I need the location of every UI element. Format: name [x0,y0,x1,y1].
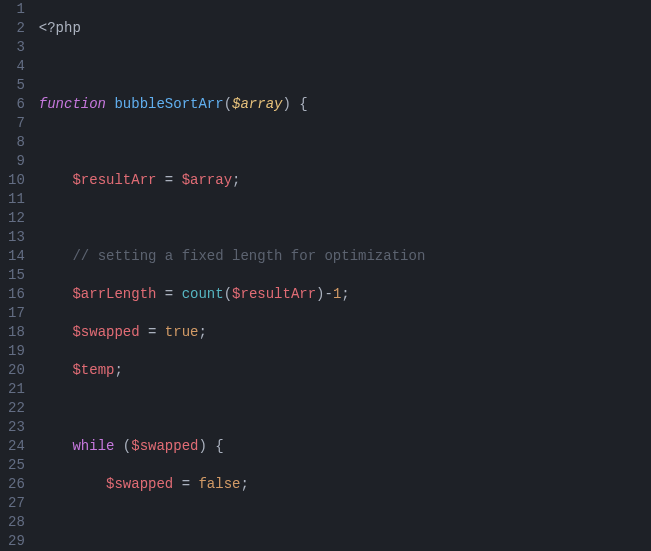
code-line: function bubbleSortArr($array) { [39,95,641,114]
line-number: 15 [8,266,25,285]
line-number: 18 [8,323,25,342]
code-line [39,513,641,532]
line-number: 12 [8,209,25,228]
line-number: 1 [8,0,25,19]
line-number: 22 [8,399,25,418]
line-number: 21 [8,380,25,399]
line-number: 27 [8,494,25,513]
line-number: 28 [8,513,25,532]
code-line: $temp; [39,361,641,380]
code-line: $resultArr = $array; [39,171,641,190]
function-name: bubbleSortArr [114,96,223,112]
line-number: 6 [8,95,25,114]
code-line [39,399,641,418]
code-line: $swapped = true; [39,323,641,342]
line-number: 3 [8,38,25,57]
line-number: 8 [8,133,25,152]
code-line: $arrLength = count($resultArr)-1; [39,285,641,304]
line-number: 25 [8,456,25,475]
line-number: 14 [8,247,25,266]
comment: // setting a fixed length for optimizati… [72,248,425,264]
line-number: 2 [8,19,25,38]
keyword-function: function [39,96,106,112]
code-line: $swapped = false; [39,475,641,494]
code-line [39,133,641,152]
line-number: 5 [8,76,25,95]
line-number: 9 [8,152,25,171]
code-line [39,57,641,76]
code-line: <?php [39,19,641,38]
line-number: 29 [8,532,25,551]
line-number: 11 [8,190,25,209]
param-array: $array [232,96,282,112]
line-number-gutter: 1234567891011121314151617181920212223242… [0,0,39,551]
line-number: 10 [8,171,25,190]
line-number: 26 [8,475,25,494]
line-number: 19 [8,342,25,361]
line-number: 13 [8,228,25,247]
line-number: 17 [8,304,25,323]
line-number: 23 [8,418,25,437]
code-editor-content[interactable]: <?php function bubbleSortArr($array) { $… [39,0,651,551]
line-number: 4 [8,57,25,76]
keyword-while: while [72,438,114,454]
code-line: // setting a fixed length for optimizati… [39,247,641,266]
php-open-tag: <?php [39,20,81,36]
line-number: 16 [8,285,25,304]
code-line [39,209,641,228]
line-number: 24 [8,437,25,456]
line-number: 7 [8,114,25,133]
code-line: while ($swapped) { [39,437,641,456]
line-number: 20 [8,361,25,380]
